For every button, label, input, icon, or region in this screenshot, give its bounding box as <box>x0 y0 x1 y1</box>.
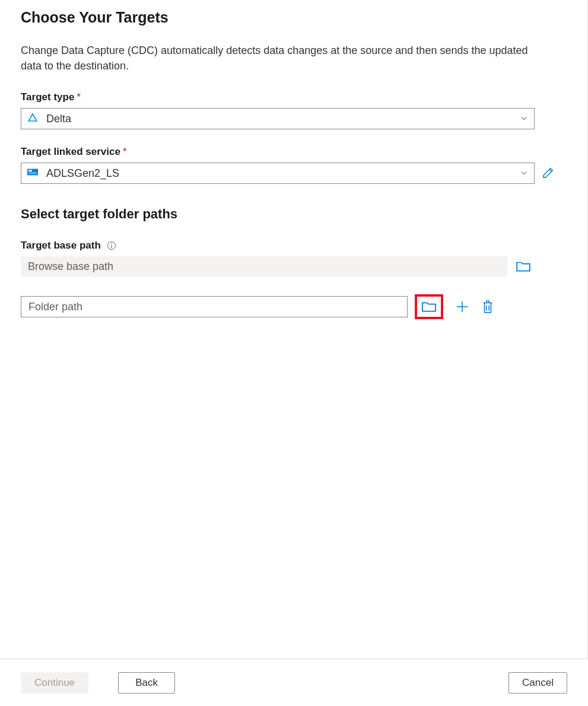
back-button[interactable]: Back <box>118 672 175 694</box>
info-icon[interactable] <box>107 241 116 250</box>
page-description: Change Data Capture (CDC) automatically … <box>21 43 549 74</box>
chevron-down-icon <box>520 114 528 124</box>
svg-rect-2 <box>28 172 37 174</box>
base-path-label: Target base path <box>21 240 567 252</box>
base-path-placeholder: Browse base path <box>28 260 113 273</box>
linked-service-value: ADLSGen2_LS <box>46 167 119 180</box>
delete-button[interactable] <box>481 300 494 314</box>
svg-rect-1 <box>28 170 32 171</box>
footer: Continue Back Cancel <box>0 659 588 706</box>
browse-folder-highlight <box>415 294 443 319</box>
linked-service-label-text: Target linked service <box>21 146 120 158</box>
storage-icon <box>27 167 38 180</box>
base-path-input[interactable]: Browse base path <box>21 256 507 276</box>
linked-service-label: Target linked service * <box>21 146 567 158</box>
base-path-label-text: Target base path <box>21 240 101 252</box>
target-type-label-text: Target type <box>21 91 74 103</box>
chevron-down-icon <box>520 168 528 179</box>
continue-button: Continue <box>21 672 88 694</box>
target-type-label: Target type * <box>21 91 567 103</box>
target-type-dropdown[interactable]: Delta <box>21 108 535 129</box>
folder-path-placeholder: Folder path <box>28 301 82 313</box>
folder-paths-title: Select target folder paths <box>21 206 567 222</box>
required-indicator: * <box>77 91 81 103</box>
browse-base-path-button[interactable] <box>516 260 531 273</box>
folder-path-input[interactable]: Folder path <box>21 296 408 317</box>
page-title: Choose Your Targets <box>21 9 567 26</box>
delta-icon <box>27 112 38 126</box>
linked-service-dropdown[interactable]: ADLSGen2_LS <box>21 163 535 184</box>
add-button[interactable] <box>455 300 469 314</box>
target-type-value: Delta <box>46 113 71 125</box>
browse-folder-button[interactable] <box>421 300 437 313</box>
required-indicator: * <box>123 146 127 158</box>
cancel-button[interactable]: Cancel <box>508 672 567 694</box>
edit-icon[interactable] <box>542 166 555 181</box>
svg-rect-5 <box>111 245 112 248</box>
svg-point-4 <box>111 243 112 244</box>
